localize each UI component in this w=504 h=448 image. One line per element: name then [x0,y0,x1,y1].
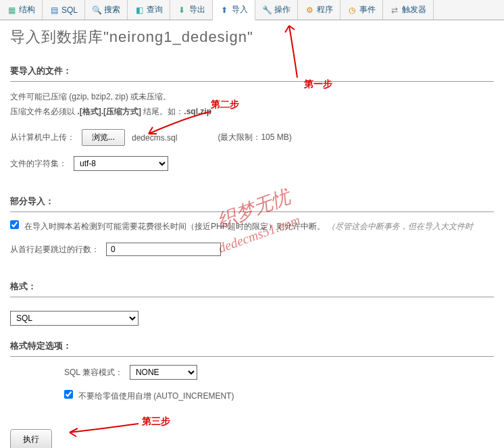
tab-label: 操作 [274,4,291,16]
section-partial-import: 部分导入： 在导入时脚本若检测到可能需要花费很长时间（接近PHP超时的限定）则允… [0,191,504,276]
charset-select[interactable]: utf-8 [74,156,168,171]
tab-structure[interactable]: ▦ 结构 [0,0,43,20]
import-icon: ⬆ [220,5,229,15]
auto-inc-row: 不要给零值使用自增 (AUTO_INCREMENT) [64,390,494,402]
upload-row: 从计算机中上传： 浏览... dedecms.sql (最大限制：105 MB) [10,129,494,146]
skip-rows-input[interactable] [106,243,221,256]
format-select[interactable]: SQL [10,311,138,326]
routines-icon: ⚙ [305,5,314,15]
upload-label: 从计算机中上传： [10,132,75,143]
tab-label: 程序 [317,4,333,16]
compat-label: SQL 兼容模式： [64,367,123,378]
section-header-partial: 部分导入： [10,191,494,212]
help-prefix: 压缩文件名必须以 [10,107,77,116]
auto-inc-text: 不要给零值使用自增 (AUTO_INCREMENT) [78,390,234,402]
nav-tabs: ▦ 结构 ▤ SQL 🔍 搜索 ◧ 查询 ⬇ 导出 ⬆ 导入 🔧 操作 ⚙ 程序… [0,0,504,20]
help-bold: .[格式].[压缩方式] [77,107,141,116]
tab-label: 导出 [189,4,205,16]
tab-import[interactable]: ⬆ 导入 [213,0,255,20]
operations-icon: 🔧 [262,5,272,15]
tab-label: 事件 [359,4,376,16]
tab-search[interactable]: 🔍 搜索 [85,0,128,20]
tab-label: 导入 [232,4,248,16]
section-file-import: 要导入的文件： 文件可能已压缩 (gzip, bzip2, zip) 或未压缩。… [0,61,504,191]
tab-routines[interactable]: ⚙ 程序 [298,0,341,20]
structure-icon: ▦ [7,5,16,15]
skip-rows-label: 从首行起要跳过的行数： [10,244,99,255]
section-header-options: 格式特定选项： [10,336,494,357]
tab-sql[interactable]: ▤ SQL [43,0,85,20]
allow-interrupt-text: 在导入时脚本若检测到可能需要花费很长时间（接近PHP超时的限定）则允许中断。 （… [24,220,473,232]
sql-icon: ▤ [49,5,59,15]
allow-interrupt-checkbox[interactable] [10,220,19,229]
export-icon: ⬇ [177,5,186,15]
tab-label: SQL [61,5,78,15]
tab-label: 查询 [147,4,163,16]
section-format-options: 格式特定选项： SQL 兼容模式： NONE 不要给零值使用自增 (AUTO_I… [0,336,504,422]
tab-triggers[interactable]: ⇄ 触发器 [383,0,434,20]
compat-select[interactable]: NONE [130,365,197,380]
section-header-format: 格式： [10,276,494,297]
allow-interrupt-row: 在导入时脚本若检测到可能需要花费很长时间（接近PHP超时的限定）则允许中断。 （… [10,220,494,232]
tab-events[interactable]: ◷ 事件 [341,0,383,20]
browse-button[interactable]: 浏览... [82,129,125,146]
execute-button[interactable]: 执行 [10,429,52,448]
cb-main: 在导入时脚本若检测到可能需要花费很长时间（接近PHP超时的限定）则允许中断。 [24,222,325,231]
tab-query[interactable]: ◧ 查询 [128,0,170,20]
tab-label: 搜索 [104,4,120,16]
tab-export[interactable]: ⬇ 导出 [170,0,213,20]
section-format: 格式： SQL [0,276,504,336]
search-icon: 🔍 [92,5,101,15]
tab-label: 结构 [19,4,35,16]
auto-inc-checkbox[interactable] [64,390,73,399]
tab-operations[interactable]: 🔧 操作 [255,0,298,20]
query-icon: ◧ [134,5,144,15]
tab-label: 触发器 [402,4,426,16]
arrow-step3 [64,420,142,437]
help-text: 文件可能已压缩 (gzip, bzip2, zip) 或未压缩。 压缩文件名必须… [10,90,494,119]
events-icon: ◷ [347,5,357,15]
triggers-icon: ⇄ [390,5,399,15]
selected-file: dedecms.sql [132,133,177,143]
compat-row: SQL 兼容模式： NONE [64,365,494,380]
help-mid: 结尾。如： [141,107,184,116]
charset-row: 文件的字符集： utf-8 [10,156,494,171]
help-bold2: .sql.zip [184,107,211,116]
cb-note: （尽管这会中断事务，但在导入大文件时 [327,222,473,231]
skip-rows-row: 从首行起要跳过的行数： [10,243,494,256]
upload-limit: (最大限制：105 MB) [218,132,291,143]
section-header-file: 要导入的文件： [10,61,494,82]
page-title: 导入到数据库"neirong1_dedesign" [0,20,504,61]
charset-label: 文件的字符集： [10,158,67,170]
help-line1: 文件可能已压缩 (gzip, bzip2, zip) 或未压缩。 [10,92,171,101]
